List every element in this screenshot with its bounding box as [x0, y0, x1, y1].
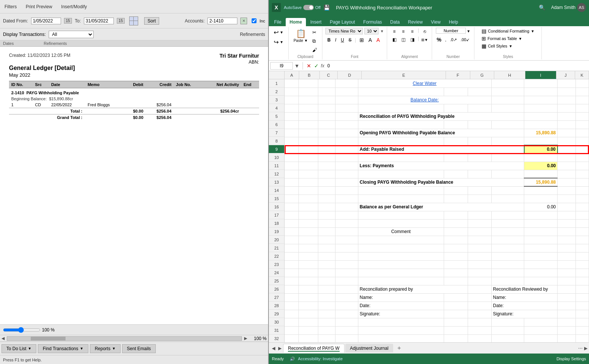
row-num-27[interactable]: 27 [269, 293, 284, 302]
cell-i15[interactable] [524, 195, 558, 203]
cell-a31[interactable] [285, 326, 298, 334]
cell-h28[interactable]: Date: [491, 302, 558, 310]
cell-d10[interactable] [335, 153, 358, 162]
row-num-16[interactable]: 16 [269, 203, 284, 211]
cell-j18[interactable] [558, 219, 576, 227]
cell-c7[interactable] [318, 129, 335, 137]
row-num-29[interactable]: 29 [269, 310, 284, 318]
row-num-10[interactable]: 10 [269, 153, 284, 162]
cell-h1[interactable] [491, 79, 524, 88]
cell-e14[interactable] [358, 186, 444, 195]
row-num-12[interactable]: 12 [269, 170, 284, 178]
cell-d12[interactable] [335, 170, 358, 178]
cell-j1[interactable] [558, 79, 576, 88]
date-from-picker[interactable]: 15 [64, 18, 72, 24]
tab-help[interactable]: Help [445, 18, 462, 26]
row-num-23[interactable]: 23 [269, 260, 284, 269]
cell-j16[interactable] [558, 203, 576, 211]
cell-k27[interactable] [576, 293, 589, 302]
cell-g26[interactable] [468, 285, 491, 293]
cell-g2[interactable] [468, 88, 491, 96]
cell-c9[interactable] [318, 145, 335, 153]
cell-f18[interactable] [444, 219, 468, 227]
cell-b19[interactable] [298, 227, 318, 236]
cell-a32[interactable] [285, 334, 298, 342]
cell-a17[interactable] [285, 211, 298, 219]
cell-a30[interactable] [285, 318, 298, 326]
cell-e4[interactable] [358, 104, 444, 112]
comma-button[interactable]: , [444, 37, 448, 43]
cell-i13[interactable]: 15,890.88 [524, 178, 558, 186]
col-header-c[interactable]: C [320, 71, 338, 79]
cell-f10[interactable] [444, 153, 468, 162]
cell-j11[interactable] [558, 162, 576, 170]
cell-b7[interactable] [298, 129, 318, 137]
cell-b1[interactable] [298, 79, 318, 88]
cell-e6[interactable] [358, 120, 444, 129]
row-num-7[interactable]: 7 [269, 129, 284, 137]
cut-button[interactable]: ✂ [310, 28, 319, 36]
cell-b26[interactable] [298, 285, 318, 293]
cell-c15[interactable] [318, 195, 335, 203]
cell-h17[interactable] [491, 211, 524, 219]
sheet-scroll-right[interactable]: ▶ [584, 346, 588, 351]
cell-j19[interactable] [558, 227, 576, 236]
cell-e5[interactable]: Reconciliation of PAYG Withholding Payab… [358, 112, 524, 120]
cell-d4[interactable] [335, 104, 358, 112]
cell-g15[interactable] [468, 195, 491, 203]
cell-j9[interactable] [558, 145, 576, 153]
cell-i17[interactable] [524, 211, 558, 219]
cell-j3[interactable] [558, 96, 576, 104]
cell-i14[interactable] [524, 186, 558, 195]
cell-k7[interactable] [576, 129, 589, 137]
cell-b13[interactable] [298, 178, 318, 186]
cell-d1[interactable] [335, 79, 358, 88]
sheet-nav-right[interactable]: ▶ [277, 345, 283, 352]
cell-b9[interactable] [298, 145, 318, 153]
cell-i4[interactable] [524, 104, 558, 112]
cell-a10[interactable] [285, 153, 298, 162]
cell-b16[interactable] [298, 203, 318, 211]
row-num-31[interactable]: 31 [269, 326, 284, 334]
cell-a2[interactable] [285, 88, 298, 96]
cell-d13[interactable] [335, 178, 358, 186]
cell-c4[interactable] [318, 104, 335, 112]
cell-a14[interactable] [285, 186, 298, 195]
cell-e10[interactable] [358, 153, 444, 162]
cell-d3[interactable] [335, 96, 358, 104]
cell-e16[interactable]: Balance as per General Ldger [358, 203, 524, 211]
cell-e11[interactable]: Less: Payments [358, 162, 524, 170]
display-select[interactable]: All [49, 31, 94, 38]
cell-j8[interactable] [558, 137, 576, 145]
cell-f19[interactable] [444, 227, 468, 236]
cell-e27[interactable]: Name: [358, 293, 444, 302]
cell-k4[interactable] [576, 104, 589, 112]
cell-i1[interactable] [524, 79, 558, 88]
col-header-g[interactable]: G [470, 71, 494, 79]
cell-a7[interactable] [285, 129, 298, 137]
number-format-box[interactable]: Number [436, 28, 466, 34]
cell-b18[interactable] [298, 219, 318, 227]
cell-a9[interactable] [285, 145, 298, 153]
cell-k2[interactable] [576, 88, 589, 96]
cell-k16[interactable] [576, 203, 589, 211]
cell-k9[interactable] [576, 145, 589, 153]
cell-e7[interactable]: Opening PAYG Withholding Payable Balance [358, 129, 524, 137]
copy-button[interactable]: ⧉ [310, 37, 319, 45]
row-num-24[interactable]: 24 [269, 269, 284, 277]
cell-e19[interactable]: Comment [358, 227, 444, 236]
row-num-18[interactable]: 18 [269, 219, 284, 227]
cell-g6[interactable] [468, 120, 491, 129]
align-right[interactable]: ◨ [408, 36, 416, 43]
cell-e29[interactable]: Signature: [358, 310, 444, 318]
cell-i19[interactable] [524, 227, 558, 236]
cell-f4[interactable] [444, 104, 468, 112]
cell-j15[interactable] [558, 195, 576, 203]
row-num-4[interactable]: 4 [269, 104, 284, 112]
cell-c28[interactable] [318, 302, 335, 310]
reports-tab[interactable]: Reports ▼ [90, 344, 121, 353]
col-header-j[interactable]: J [556, 71, 576, 79]
cell-d28[interactable] [335, 302, 358, 310]
cell-e12[interactable] [358, 170, 444, 178]
percent-button[interactable]: % [435, 36, 443, 43]
